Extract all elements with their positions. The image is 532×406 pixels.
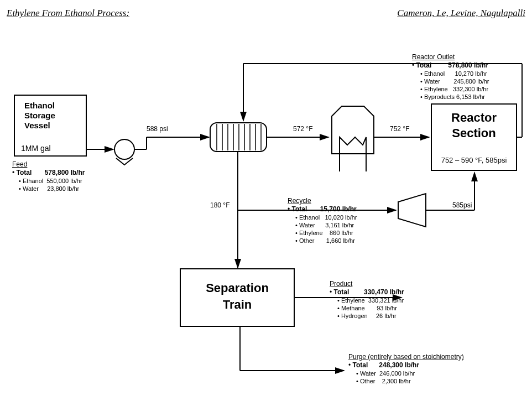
ro-row-3: • Byproducts 6,153 lb/hr [420, 93, 485, 101]
reactor-title1: Reactor [437, 111, 511, 125]
recycle-row-0: • Ethanol 10,020 lb/hr [295, 214, 357, 221]
storage-title3: Vessel [24, 121, 50, 130]
storage-capacity: 1MM gal [21, 144, 51, 153]
pump-pressure: 588 psi [147, 125, 168, 133]
recycle-total-row: • Total 15,700 lb/hr [288, 205, 357, 214]
recycle-heading: Recycle [288, 197, 311, 205]
reactor-title2: Section [437, 126, 511, 140]
ro-heading: Reactor Outlet [412, 53, 455, 61]
product-row-2: • Hydrogen 26 lb/hr [337, 312, 397, 320]
comp-pressure: 585psi [452, 201, 472, 210]
sep-title2: Train [182, 298, 292, 312]
ro-row-2: • Ethylene 332,300 lb/hr [420, 85, 488, 93]
ro-total-row: • Total 578,800 lb/hr [412, 61, 488, 70]
feed-row-1: • Water 23,800 lb/hr [19, 185, 79, 192]
hex-out-temp: 572 °F [293, 125, 312, 133]
purge-row-1: • Other 2,300 lb/hr [356, 377, 411, 385]
storage-title2: Storage [24, 111, 55, 120]
svg-point-2 [114, 139, 134, 159]
product-row-1: • Methane 93 lb/hr [337, 304, 397, 312]
product-total-row: • Total 330,470 lb/hr [330, 288, 404, 296]
purge-row-0: • Water 246,000 lb/hr [356, 369, 415, 377]
recycle-row-3: • Other 1,660 lb/hr [295, 237, 355, 244]
feed-row-0: • Ethanol 550,000 lb/hr [19, 177, 82, 185]
ro-row-1: • Water 245,800 lb/hr [420, 77, 489, 85]
purge-total-row: • Total 248,300 lb/hr [348, 361, 419, 369]
hex-cold-temp: 180 °F [210, 201, 230, 210]
furnace-out-temp: 752 °F [390, 125, 409, 133]
reactor-conditions: 752 – 590 °F, 585psi [435, 156, 513, 164]
purge-heading: Purge (entirely based on stoichiometry) [348, 353, 464, 361]
recycle-row-2: • Ethylene 860 lb/hr [295, 229, 353, 237]
ro-row-0: • Ethanol 10,270 lb/hr [420, 70, 487, 77]
feed-heading: Feed [12, 160, 27, 169]
svg-rect-6 [210, 123, 267, 152]
sep-title1: Separation [182, 281, 292, 295]
product-row-0: • Ethylene 330,321 lb/hr [337, 296, 404, 304]
recycle-row-1: • Water 3,161 lb/hr [295, 221, 354, 229]
storage-title1: Ethanol [24, 101, 55, 110]
product-heading: Product [330, 280, 352, 288]
feed-total-row: • Total 578,800 lb/hr [12, 169, 85, 177]
